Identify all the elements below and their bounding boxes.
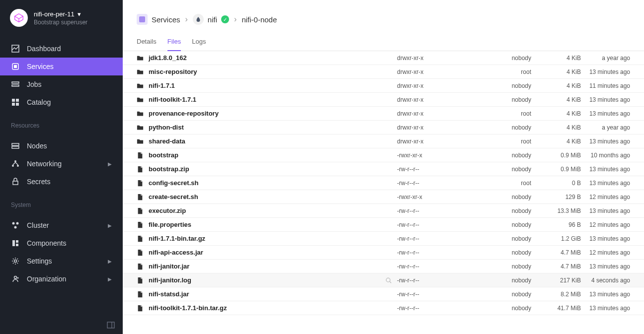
file-permissions: drwxr-xr-x — [397, 82, 472, 89]
tab-files[interactable]: Files — [167, 33, 181, 51]
sidebar-item-label: Networking — [27, 160, 62, 168]
file-icon — [137, 166, 144, 173]
file-row[interactable]: nifi-janitor.log-rw-r--r--nobody217 KiB4… — [123, 273, 644, 287]
project-switcher[interactable]: nifi-ore-per-11 ▾ Bootstrap superuser — [0, 0, 123, 36]
file-row[interactable]: python-distdrwxr-xr-xnobody4 KiBa year a… — [123, 121, 644, 134]
file-name: nifi-janitor.log — [149, 276, 397, 284]
folder-icon — [137, 124, 144, 131]
sidebar-item-secrets[interactable]: Secrets — [0, 173, 123, 191]
file-name: bootstrap.zip — [149, 165, 397, 173]
chevron-right-icon: ▶ — [108, 276, 112, 282]
sidebar-item-label: Services — [27, 63, 54, 70]
catalog-icon — [11, 98, 20, 107]
sidebar-item-label: Settings — [27, 257, 52, 265]
file-row[interactable]: provenance-repositorydrwxr-xr-xroot4 KiB… — [123, 107, 644, 121]
file-size: 0.9 MiB — [531, 166, 581, 173]
sidebar-item-networking[interactable]: Networking▶ — [0, 155, 123, 173]
file-size: 4 KiB — [531, 110, 581, 117]
sidebar-item-label: Nodes — [27, 142, 47, 150]
nifi-drop-icon — [193, 14, 204, 25]
file-modified-time: 13 minutes ago — [581, 291, 630, 298]
sidebar-item-nodes[interactable]: Nodes — [0, 137, 123, 155]
tab-logs[interactable]: Logs — [192, 33, 206, 51]
file-size: 41.7 MiB — [531, 305, 581, 312]
file-row[interactable]: nifi-1.7.1drwxr-xr-xnobody4 KiB11 minute… — [123, 79, 644, 93]
file-owner: nobody — [472, 277, 531, 284]
breadcrumb-service[interactable]: nifi ✓ — [193, 14, 229, 25]
file-name: jdk1.8.0_162 — [149, 54, 397, 62]
file-modified-time: 12 minutes ago — [581, 194, 630, 200]
file-name: shared-data — [149, 137, 397, 145]
file-modified-time: 13 minutes ago — [581, 305, 630, 312]
svg-rect-5 — [12, 99, 15, 102]
svg-point-12 — [12, 165, 14, 167]
sidebar-item-dashboard[interactable]: Dashboard — [0, 40, 123, 58]
svg-rect-2 — [14, 65, 17, 68]
sidebar-item-services[interactable]: Services — [0, 58, 123, 75]
organization-icon — [11, 274, 20, 283]
file-row[interactable]: nifi-toolkit-1.7.1-bin.tar.gz-rw-r--r--n… — [123, 301, 644, 315]
chevron-right-icon: ▶ — [108, 161, 112, 167]
file-size: 4 KiB — [531, 96, 581, 103]
file-icon — [137, 221, 144, 228]
file-row[interactable]: nifi-api-access.jar-rw-r--r--nobody4.7 M… — [123, 246, 644, 260]
sidebar-item-organization[interactable]: Organization▶ — [0, 270, 123, 288]
file-size: 4 KiB — [531, 124, 581, 131]
svg-point-26 — [386, 278, 390, 282]
file-row[interactable]: create-secret.sh-rwxr-xr-xnobody129 B12 … — [123, 190, 644, 204]
sidebar-item-jobs[interactable]: Jobs — [0, 75, 123, 93]
file-row[interactable]: nifi-statsd.jar-rw-r--r--nobody8.2 MiB13… — [123, 287, 644, 301]
sidebar-item-components[interactable]: Components — [0, 234, 123, 252]
file-permissions: drwxr-xr-x — [397, 96, 472, 103]
svg-point-23 — [17, 277, 19, 279]
search-icon[interactable] — [385, 277, 392, 284]
svg-rect-19 — [16, 240, 18, 243]
file-name: file.properties — [149, 221, 397, 228]
svg-point-11 — [14, 160, 16, 162]
file-row[interactable]: file.properties-rw-r--r--nobody96 B12 mi… — [123, 218, 644, 232]
svg-rect-14 — [13, 181, 18, 185]
file-size: 129 B — [531, 194, 581, 200]
file-row[interactable]: jdk1.8.0_162drwxr-xr-xnobody4 KiBa year … — [123, 51, 644, 65]
file-row[interactable]: nifi-1.7.1-bin.tar.gz-rw-r--r--nobody1.2… — [123, 232, 644, 246]
tab-details[interactable]: Details — [137, 33, 157, 51]
svg-point-16 — [16, 222, 19, 225]
svg-point-21 — [14, 260, 17, 263]
file-row[interactable]: executor.zip-rw-r--r--nobody13.3 MiB13 m… — [123, 204, 644, 218]
file-icon — [137, 180, 144, 187]
file-permissions: drwxr-xr-x — [397, 124, 472, 131]
svg-point-13 — [17, 165, 19, 167]
file-owner: root — [472, 180, 531, 187]
file-owner: nobody — [472, 152, 531, 159]
file-owner: root — [472, 110, 531, 117]
file-name: nifi-api-access.jar — [149, 249, 397, 256]
file-permissions: -rw-r--r-- — [397, 305, 472, 312]
file-owner: root — [472, 138, 531, 145]
svg-rect-9 — [12, 143, 19, 145]
file-modified-time: 12 minutes ago — [581, 249, 630, 256]
sidebar-item-label: Organization — [27, 275, 66, 283]
breadcrumb-services[interactable]: Services — [137, 14, 180, 25]
file-row[interactable]: nifi-janitor.jar-rw-r--r--nobody4.7 MiB1… — [123, 260, 644, 273]
collapse-sidebar-button[interactable] — [0, 316, 123, 334]
file-modified-time: a year ago — [581, 124, 630, 131]
sidebar-item-settings[interactable]: Settings▶ — [0, 252, 123, 270]
file-permissions: -rwxr-xr-x — [397, 194, 472, 200]
sidebar-item-catalog[interactable]: Catalog — [0, 93, 123, 111]
breadcrumb-separator: › — [185, 15, 188, 24]
file-row[interactable]: shared-datadrwxr-xr-xroot4 KiB13 minutes… — [123, 134, 644, 148]
sidebar-item-label: Cluster — [27, 221, 49, 229]
file-icon — [137, 235, 144, 242]
file-name: nifi-toolkit-1.7.1 — [149, 96, 397, 103]
sidebar-item-cluster[interactable]: Cluster▶ — [0, 216, 123, 234]
file-size: 13.3 MiB — [531, 207, 581, 214]
file-icon — [137, 249, 144, 256]
file-row[interactable]: bootstrap-rwxr-xr-xnobody0.9 MiB10 month… — [123, 148, 644, 162]
file-row[interactable]: bootstrap.zip-rw-r--r--nobody0.9 MiB13 m… — [123, 162, 644, 176]
file-row[interactable]: misc-repositorydrwxr-xr-xroot4 KiB13 min… — [123, 65, 644, 79]
file-owner: nobody — [472, 263, 531, 270]
file-row[interactable]: nifi-toolkit-1.7.1drwxr-xr-xnobody4 KiB1… — [123, 93, 644, 107]
file-row[interactable]: config-secret.sh-rw-r--r--root0 B13 minu… — [123, 176, 644, 190]
file-modified-time: 10 months ago — [581, 152, 630, 159]
section-resources-label: Resources — [0, 115, 123, 133]
